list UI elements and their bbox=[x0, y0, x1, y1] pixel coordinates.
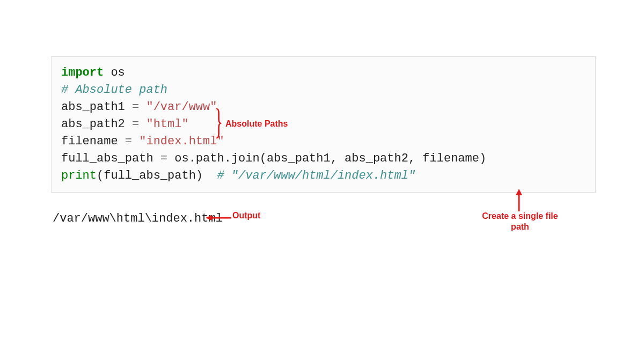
svg-marker-3 bbox=[516, 189, 522, 195]
brace-icon: } bbox=[214, 103, 223, 139]
arrow-up-icon bbox=[515, 189, 523, 211]
code-line-comment: # Absolute path bbox=[61, 82, 586, 99]
module-os: os bbox=[104, 66, 125, 79]
output-text: /var/www\html\index.html bbox=[53, 212, 223, 225]
code-line-fullpath: full_abs_path = os.path.join(abs_path1, … bbox=[61, 150, 586, 167]
string-varwww: "/var/www" bbox=[139, 100, 217, 114]
var-abspath1: abs_path1 bbox=[61, 100, 132, 114]
code-line-abspath1: abs_path1 = "/var/www" bbox=[61, 99, 586, 116]
code-line-import: import os bbox=[61, 64, 586, 82]
var-fullpath: full_abs_path bbox=[61, 152, 160, 165]
comment-absolute-path: # Absolute path bbox=[61, 83, 167, 97]
var-abspath2: abs_path2 bbox=[61, 117, 132, 131]
annotation-single-file-path: Create a single file path bbox=[474, 211, 566, 232]
comment-output: # "/var/www/html/index.html" bbox=[217, 169, 415, 182]
op-eq: = bbox=[132, 117, 139, 131]
annotation-absolute-paths: Absolute Paths bbox=[225, 119, 288, 129]
op-eq: = bbox=[132, 100, 139, 114]
code-line-print: print(full_abs_path) # "/var/www/html/in… bbox=[61, 167, 586, 185]
arrow-left-icon bbox=[206, 214, 231, 221]
expr-join: os.path.join(abs_path1, abs_path2, filen… bbox=[167, 152, 486, 165]
code-line-filename: filename = "index.html" bbox=[61, 133, 586, 150]
var-filename: filename bbox=[61, 135, 125, 148]
code-line-abspath2: abs_path2 = "html" bbox=[61, 116, 586, 133]
op-eq: = bbox=[125, 135, 132, 148]
print-args: (full_abs_path) bbox=[97, 169, 217, 182]
keyword-print: print bbox=[61, 169, 97, 182]
svg-marker-1 bbox=[206, 215, 212, 221]
annotation-output: Output bbox=[232, 211, 260, 221]
string-index: "index.html" bbox=[132, 135, 224, 148]
keyword-import: import bbox=[61, 66, 104, 79]
op-eq: = bbox=[160, 152, 167, 165]
string-html: "html" bbox=[139, 117, 188, 131]
code-block: import os # Absolute path abs_path1 = "/… bbox=[51, 56, 596, 193]
